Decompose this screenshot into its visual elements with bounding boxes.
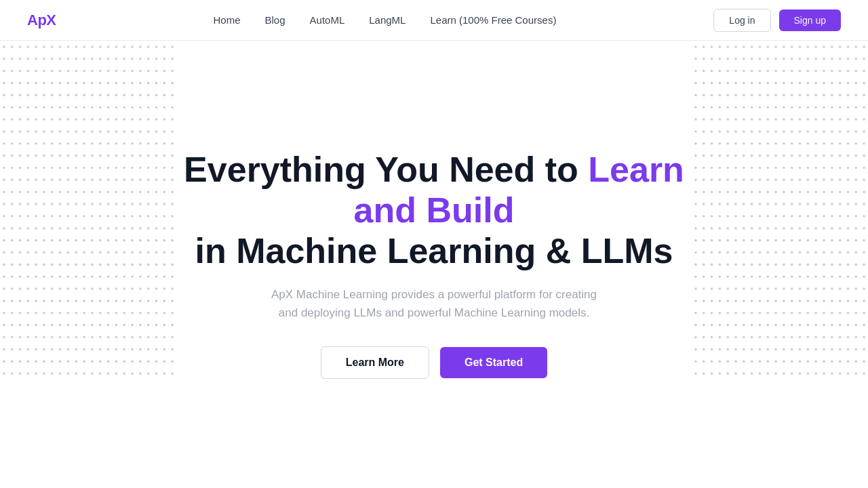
hero-title: Everything You Need to Learn and Build i… [170, 150, 698, 271]
nav-blog[interactable]: Blog [265, 14, 285, 26]
signup-button[interactable]: Sign up [779, 9, 841, 31]
nav-links: Home Blog AutoML LangML Learn (100% Free… [213, 14, 556, 26]
hero-buttons: Learn More Get Started [321, 346, 548, 379]
nav-home[interactable]: Home [213, 14, 240, 26]
hero-title-part2: in Machine Learning & LLMs [195, 231, 673, 270]
nav-langml[interactable]: LangML [369, 14, 406, 26]
hero-subtitle: ApX Machine Learning provides a powerful… [264, 285, 604, 322]
logo[interactable]: ApX [27, 12, 56, 29]
login-button[interactable]: Log in [713, 9, 770, 32]
hero-title-part1: Everything You Need to [184, 150, 588, 189]
get-started-button[interactable]: Get Started [440, 347, 547, 378]
hero-section: Everything You Need to Learn and Build i… [0, 41, 868, 488]
nav-automl[interactable]: AutoML [310, 14, 345, 26]
learn-more-button[interactable]: Learn More [321, 346, 429, 379]
navbar: ApX Home Blog AutoML LangML Learn (100% … [0, 0, 868, 41]
nav-learn[interactable]: Learn (100% Free Courses) [430, 14, 556, 26]
nav-actions: Log in Sign up [713, 9, 841, 32]
